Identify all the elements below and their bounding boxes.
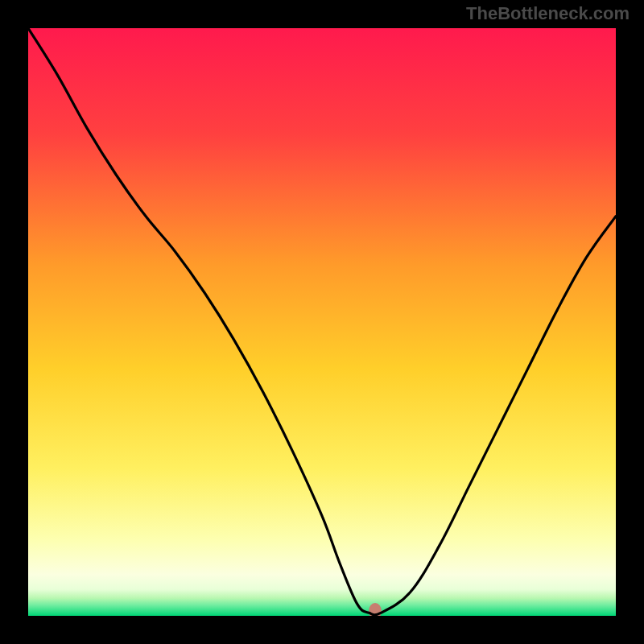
plot-area	[28, 28, 616, 616]
bottleneck-curve	[28, 28, 616, 616]
watermark-label: TheBottleneck.com	[466, 3, 630, 24]
